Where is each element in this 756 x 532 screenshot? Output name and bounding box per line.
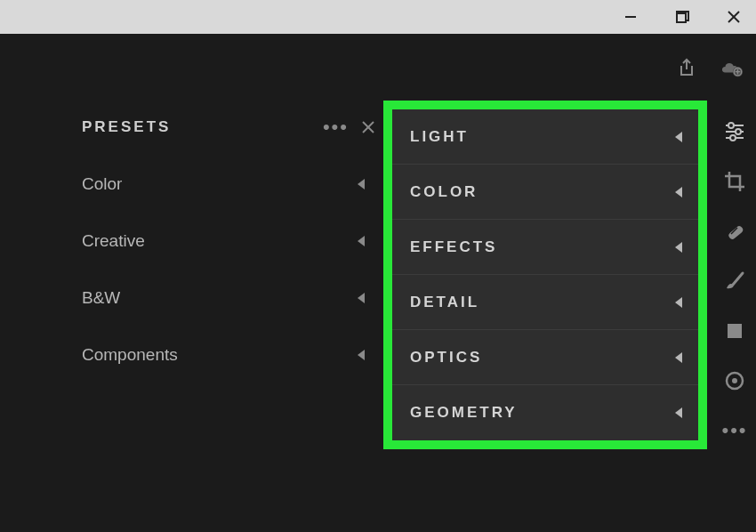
edit-panel-detail[interactable]: DETAIL — [392, 275, 698, 330]
share-icon[interactable] — [674, 55, 699, 80]
collapse-icon — [675, 407, 682, 418]
collapse-icon — [358, 293, 365, 303]
cloud-sync-icon[interactable] — [719, 55, 744, 80]
close-button[interactable] — [720, 4, 747, 30]
edit-panel-geometry[interactable]: GEOMETRY — [392, 385, 698, 440]
edit-panels-highlighted: LIGHT COLOR EFFECTS DETAIL OPTICS GEOMET… — [383, 101, 707, 449]
preset-label: Color — [82, 174, 122, 194]
edit-panel-label: LIGHT — [410, 128, 469, 146]
preset-group-color[interactable]: Color — [82, 156, 375, 213]
window-titlebar — [0, 0, 756, 34]
edit-panel-light[interactable]: LIGHT — [392, 109, 698, 165]
collapse-icon — [675, 132, 682, 142]
edit-panel-label: EFFECTS — [410, 238, 497, 256]
presets-title: PRESETS — [82, 118, 171, 136]
edit-panel-optics[interactable]: OPTICS — [392, 330, 698, 385]
collapse-icon — [675, 297, 682, 308]
svg-rect-18 — [728, 324, 742, 338]
presets-more-icon[interactable]: ••• — [323, 125, 349, 130]
edit-panel-label: COLOR — [410, 183, 478, 201]
svg-point-11 — [728, 123, 734, 128]
maximize-button[interactable] — [669, 4, 696, 30]
top-icon-row — [674, 50, 756, 85]
presets-panel: PRESETS ••• Color Creative B&W Component… — [82, 118, 375, 383]
svg-rect-16 — [728, 225, 744, 241]
more-icon[interactable]: ••• — [721, 417, 748, 444]
collapse-icon — [358, 236, 365, 246]
sliders-icon[interactable] — [721, 118, 748, 145]
preset-label: B&W — [82, 288, 120, 308]
preset-group-creative[interactable]: Creative — [82, 213, 375, 270]
preset-group-components[interactable]: Components — [82, 326, 375, 383]
right-toolbar: ••• — [713, 118, 756, 444]
preset-group-bw[interactable]: B&W — [82, 270, 375, 326]
collapse-icon — [675, 187, 682, 197]
collapse-icon — [358, 179, 365, 189]
radial-gradient-icon[interactable] — [721, 367, 748, 394]
presets-header: PRESETS ••• — [82, 118, 375, 136]
app-body: PRESETS ••• Color Creative B&W Component… — [0, 34, 756, 532]
svg-point-15 — [730, 135, 736, 141]
close-presets-icon[interactable] — [361, 120, 375, 134]
svg-point-20 — [732, 378, 737, 383]
edit-panel-effects[interactable]: EFFECTS — [392, 220, 698, 275]
linear-gradient-icon[interactable] — [721, 318, 748, 344]
brush-icon[interactable] — [721, 268, 748, 294]
crop-icon[interactable] — [721, 168, 748, 195]
preset-label: Creative — [82, 231, 145, 251]
minimize-button[interactable] — [617, 4, 644, 30]
collapse-icon — [358, 350, 365, 360]
preset-label: Components — [82, 345, 178, 365]
collapse-icon — [675, 352, 682, 363]
collapse-icon — [675, 242, 682, 253]
svg-rect-3 — [677, 13, 686, 22]
edit-panel-color[interactable]: COLOR — [392, 165, 698, 220]
edit-panel-label: OPTICS — [410, 349, 482, 367]
heal-icon[interactable] — [721, 218, 748, 245]
svg-point-13 — [736, 129, 741, 134]
edit-panel-label: DETAIL — [410, 294, 479, 311]
edit-panel-label: GEOMETRY — [410, 404, 518, 422]
